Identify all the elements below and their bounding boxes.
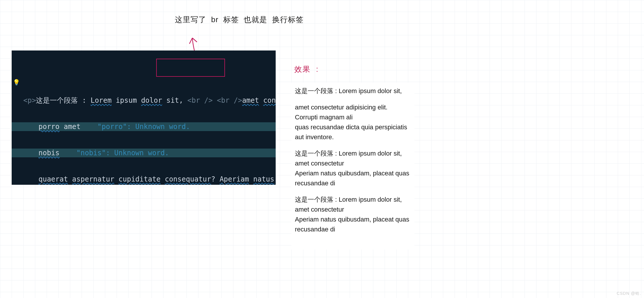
effect-label: 效果 : xyxy=(294,64,319,74)
stage: 这里写了 br 标签 也就是 换行标签 💡 <p>这是一个段落 : Lorem … xyxy=(0,0,644,298)
code-line[interactable]: porro amet "porro": Unknown word. xyxy=(23,122,276,131)
preview-paragraph: 这是一个段落 : Lorem ipsum dolor sit, amet con… xyxy=(295,195,411,234)
preview-paragraph: amet consectetur adipisicing elit. Corru… xyxy=(295,102,411,142)
preview-paragraph: 这是一个段落 : Lorem ipsum dolor sit, xyxy=(295,86,411,96)
render-preview: 这是一个段落 : Lorem ipsum dolor sit, amet con… xyxy=(291,83,414,250)
code-line[interactable]: quaerat aspernatur cupiditate consequatu… xyxy=(23,175,276,184)
code-line[interactable]: nobis "nobis": Unknown word. xyxy=(23,149,276,157)
editor-lines: <p>这是一个段落 : Lorem ipsum dolor sit, <br /… xyxy=(23,61,276,185)
editor-gutter: 💡 xyxy=(12,50,20,185)
annotation-top-text: 这里写了 br 标签 也就是 换行标签 xyxy=(175,15,304,25)
preview-paragraph: 这是一个段落 : Lorem ipsum dolor sit, amet con… xyxy=(295,149,411,188)
code-line[interactable]: <p>这是一个段落 : Lorem ipsum dolor sit, <br /… xyxy=(23,96,276,105)
code-editor[interactable]: 💡 <p>这是一个段落 : Lorem ipsum dolor sit, <br… xyxy=(12,50,276,185)
lightbulb-icon[interactable]: 💡 xyxy=(13,79,19,86)
watermark: CSDN @铃. xyxy=(617,291,641,296)
